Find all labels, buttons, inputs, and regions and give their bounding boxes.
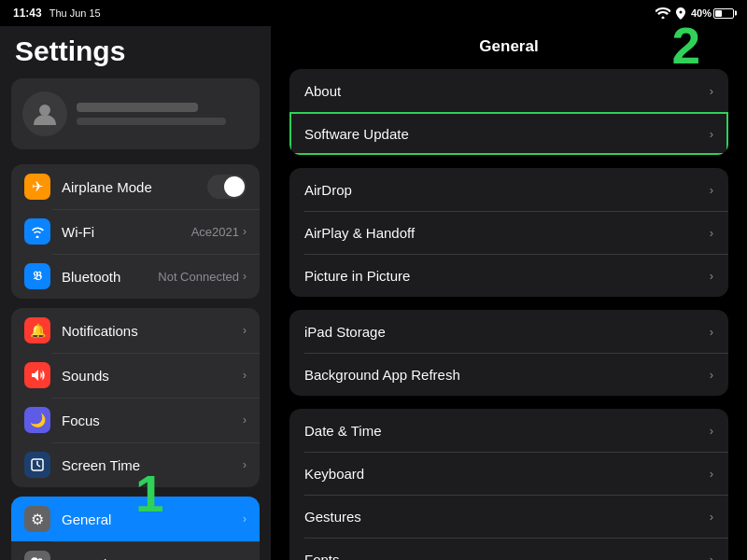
battery-pct: 40% — [691, 7, 712, 19]
time: 11:43 — [13, 7, 42, 20]
datetime-chevron: › — [710, 424, 713, 438]
sidebar-item-airplane[interactable]: ✈ Airplane Mode — [11, 164, 260, 209]
bluetooth-icon: 𝔅 — [24, 263, 50, 289]
general-icon: ⚙ — [24, 506, 50, 532]
status-bar: 11:43 Thu Jun 15 40% — [0, 0, 747, 26]
panel-section-2: AirDrop › AirPlay & Handoff › Picture in… — [289, 168, 728, 297]
airplay-chevron: › — [710, 226, 713, 240]
controlcenter-icon — [24, 551, 50, 560]
sidebar-item-notifications[interactable]: 🔔 Notifications › — [11, 308, 260, 353]
focus-chevron: › — [243, 413, 247, 427]
wifi-icon — [655, 7, 670, 19]
pip-label: Picture in Picture — [304, 268, 710, 284]
keyboard-chevron: › — [710, 467, 713, 481]
bluetooth-value: Not Connected — [158, 270, 239, 284]
ipadstorage-label: iPad Storage — [304, 324, 710, 340]
airplane-icon: ✈ — [24, 174, 50, 200]
notifications-icon: 🔔 — [24, 317, 50, 343]
wifi-label: Wi-Fi — [62, 224, 191, 240]
status-left: 11:43 Thu Jun 15 — [13, 7, 101, 20]
wifi-value: Ace2021 — [191, 225, 239, 239]
panel-row-datetime[interactable]: Date & Time › — [289, 409, 728, 452]
screentime-icon — [24, 452, 50, 478]
controlcenter-label: Control Center — [62, 556, 243, 561]
location-icon — [676, 7, 685, 20]
panel-row-ipadstorage[interactable]: iPad Storage › — [289, 310, 728, 353]
panel-row-airdrop[interactable]: AirDrop › — [289, 168, 728, 211]
screentime-chevron: › — [243, 458, 247, 471]
main-layout: Settings ✈ Airplane Mode — [0, 26, 747, 560]
focus-icon: 🌙 — [24, 407, 50, 433]
gestures-chevron: › — [710, 510, 713, 524]
focus-label: Focus — [62, 413, 243, 428]
sounds-icon — [24, 362, 50, 388]
panel-row-backgroundrefresh[interactable]: Background App Refresh › — [289, 353, 728, 396]
panel-row-softwareupdate[interactable]: Software Update › — [289, 112, 728, 155]
avatar — [22, 91, 67, 136]
status-right: 40% — [655, 7, 734, 20]
sounds-chevron: › — [243, 369, 247, 382]
general-chevron: › — [243, 512, 247, 525]
panel-row-about[interactable]: About › — [289, 69, 728, 112]
wifi-row-icon — [24, 218, 50, 245]
svg-point-0 — [39, 105, 50, 116]
sounds-label: Sounds — [62, 368, 243, 384]
panel-row-keyboard[interactable]: Keyboard › — [289, 452, 728, 495]
keyboard-label: Keyboard — [304, 466, 710, 482]
panel-row-airplay[interactable]: AirPlay & Handoff › — [289, 211, 728, 254]
bluetooth-chevron: › — [243, 270, 247, 283]
profile-name-bar — [77, 103, 198, 112]
panel-row-gestures[interactable]: Gestures › — [289, 495, 728, 538]
panel-section-1: About › Software Update › — [289, 69, 728, 155]
panel-title: General — [289, 26, 728, 69]
profile-info — [77, 103, 248, 125]
airdrop-chevron: › — [710, 183, 713, 197]
battery-indicator: 40% — [691, 7, 734, 19]
badge-1: 1 — [135, 469, 164, 520]
about-chevron: › — [710, 84, 713, 98]
wifi-chevron: › — [243, 225, 247, 238]
svg-line-3 — [37, 465, 40, 467]
panel-row-pip[interactable]: Picture in Picture › — [289, 254, 728, 297]
airplane-label: Airplane Mode — [62, 179, 207, 195]
panel-row-fonts[interactable]: Fonts › — [289, 538, 728, 560]
notifications-chevron: › — [243, 324, 247, 337]
sidebar-item-focus[interactable]: 🌙 Focus › — [11, 398, 260, 442]
notifications-label: Notifications — [62, 323, 243, 339]
sidebar-item-bluetooth[interactable]: 𝔅 Bluetooth Not Connected › — [11, 254, 260, 299]
softwareupdate-label: Software Update — [304, 126, 710, 142]
badge-2: 2 — [671, 26, 700, 72]
sidebar: Settings ✈ Airplane Mode — [0, 26, 271, 560]
settings-title: Settings — [0, 26, 271, 78]
fonts-label: Fonts — [304, 552, 710, 561]
connectivity-section: ✈ Airplane Mode Wi-Fi Ace2021 › 𝔅 — [11, 164, 260, 299]
toggle-knob — [224, 176, 245, 197]
fonts-chevron: › — [710, 553, 713, 561]
profile-card[interactable] — [11, 78, 260, 149]
right-panel: General 2 About › Software Update › AirD… — [271, 26, 747, 560]
panel-section-4: Date & Time › Keyboard › Gestures › Font… — [289, 409, 728, 560]
gestures-label: Gestures — [304, 509, 710, 525]
backgroundrefresh-label: Background App Refresh — [304, 367, 710, 383]
airdrop-label: AirDrop — [304, 182, 710, 198]
about-label: About — [304, 83, 710, 99]
panel-section-3: iPad Storage › Background App Refresh › — [289, 310, 728, 396]
profile-sub-bar — [77, 118, 226, 125]
sidebar-item-controlcenter[interactable]: Control Center › — [11, 541, 260, 560]
airplay-label: AirPlay & Handoff — [304, 225, 710, 241]
airplane-toggle[interactable] — [207, 175, 247, 199]
sidebar-item-sounds[interactable]: Sounds › — [11, 353, 260, 398]
bluetooth-label: Bluetooth — [62, 269, 158, 285]
datetime-label: Date & Time — [304, 423, 710, 439]
pip-chevron: › — [710, 269, 713, 283]
date: Thu Jun 15 — [49, 7, 101, 19]
notifications-section: 🔔 Notifications › Sounds › 🌙 Focus › — [11, 308, 260, 487]
backgroundrefresh-chevron: › — [710, 368, 713, 382]
sidebar-item-wifi[interactable]: Wi-Fi Ace2021 › — [11, 209, 260, 254]
ipadstorage-chevron: › — [710, 325, 713, 339]
softwareupdate-chevron: › — [710, 127, 713, 141]
